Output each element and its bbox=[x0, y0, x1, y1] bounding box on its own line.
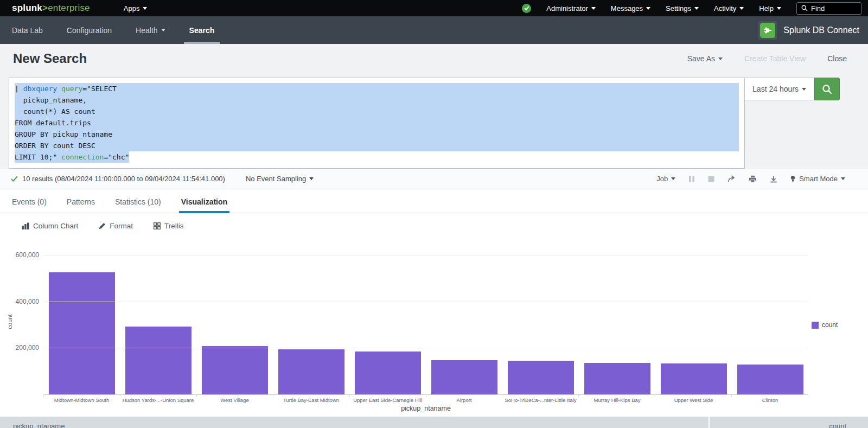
column-header-pickup-ntaname[interactable]: pickup_ntaname bbox=[0, 417, 710, 428]
search-area: | dbxquery query="SELECT pickup_ntaname,… bbox=[0, 73, 868, 169]
query-line: count(*) AS count bbox=[15, 106, 739, 117]
close-button[interactable]: Close bbox=[827, 54, 847, 63]
query-line: LIMIT 10;" connection="chc" bbox=[15, 151, 739, 163]
tab-events[interactable]: Events (0) bbox=[11, 197, 48, 213]
nav-item-label: Data Lab bbox=[12, 26, 43, 35]
find-searchbox[interactable] bbox=[796, 2, 861, 15]
query-token: connection bbox=[61, 153, 104, 161]
x-axis-label: Airport bbox=[426, 397, 502, 403]
save-as-button[interactable]: Save As bbox=[687, 54, 723, 63]
chart-bar[interactable] bbox=[584, 363, 650, 394]
menu-activity[interactable]: Activity bbox=[714, 4, 744, 12]
lightbulb-icon bbox=[790, 175, 795, 183]
nav-item-label: Search bbox=[189, 26, 215, 35]
nav-item-search[interactable]: Search bbox=[189, 16, 215, 44]
viz-controls: Column Chart Format Trellis bbox=[0, 213, 868, 239]
download-icon bbox=[770, 175, 777, 183]
x-axis-label: SoHo-TriBeCa-...nter-Little Italy bbox=[502, 397, 579, 403]
success-check-icon bbox=[11, 176, 18, 182]
menu-messages-label: Messages bbox=[611, 4, 643, 12]
trellis-grid-icon bbox=[154, 222, 161, 229]
chart-type-button[interactable]: Column Chart bbox=[22, 222, 78, 230]
chevron-down-icon bbox=[591, 7, 596, 10]
query-token: | bbox=[15, 85, 23, 93]
menu-administrator[interactable]: Administrator bbox=[546, 4, 596, 12]
time-range-picker[interactable]: Last 24 hours bbox=[745, 78, 814, 100]
query-token: LIMIT 10;" bbox=[15, 153, 61, 161]
chart-bar[interactable] bbox=[278, 349, 344, 394]
pause-button[interactable] bbox=[688, 175, 695, 183]
smart-mode-menu[interactable]: Smart Mode bbox=[790, 175, 845, 183]
gridline bbox=[43, 348, 808, 348]
sampling-label: No Event Sampling bbox=[246, 175, 306, 183]
chevron-down-icon bbox=[671, 177, 675, 180]
query-token: ORDER BY count DESC bbox=[15, 142, 95, 150]
chart-bar[interactable] bbox=[661, 363, 727, 394]
splunk-logo[interactable]: splunk>enterprise bbox=[12, 3, 90, 14]
apps-menu[interactable]: Apps bbox=[124, 4, 148, 12]
smart-mode-label: Smart Mode bbox=[799, 175, 838, 183]
health-status-icon[interactable] bbox=[522, 4, 531, 13]
chart-bar[interactable] bbox=[202, 346, 268, 394]
bar-column bbox=[43, 255, 120, 394]
nav-item-label: Configuration bbox=[67, 26, 112, 35]
query-line: FROM default.trips bbox=[15, 117, 739, 129]
chevron-down-icon bbox=[161, 29, 165, 31]
share-button[interactable] bbox=[727, 175, 736, 183]
query-token: count(*) AS count bbox=[15, 107, 95, 116]
bar-column bbox=[196, 255, 273, 394]
chart-bar[interactable] bbox=[431, 360, 497, 394]
logo-caret: > bbox=[42, 3, 48, 13]
query-token: ="SELECT bbox=[82, 85, 117, 93]
tab-visualization[interactable]: Visualization bbox=[180, 197, 228, 213]
tab-patterns[interactable]: Patterns bbox=[66, 197, 96, 213]
chart-bar[interactable] bbox=[355, 352, 421, 394]
menu-help[interactable]: Help bbox=[759, 4, 781, 12]
chart-bar[interactable] bbox=[737, 365, 803, 394]
query-token: query bbox=[61, 85, 82, 93]
column-header-count[interactable]: count bbox=[710, 417, 868, 428]
export-button[interactable] bbox=[770, 175, 777, 183]
nav-item-data-lab[interactable]: Data Lab bbox=[12, 16, 43, 44]
db-connect-plug-icon bbox=[760, 23, 775, 38]
apps-menu-label: Apps bbox=[124, 4, 140, 12]
stop-button[interactable] bbox=[708, 176, 714, 182]
chevron-down-icon bbox=[777, 7, 781, 10]
chart-bar[interactable] bbox=[125, 327, 192, 394]
statistics-table-header: pickup_ntaname count bbox=[0, 417, 868, 428]
run-search-button[interactable] bbox=[814, 78, 840, 100]
query-token: FROM default.trips bbox=[15, 119, 91, 127]
menu-settings[interactable]: Settings bbox=[666, 4, 699, 12]
event-sampling-menu[interactable]: No Event Sampling bbox=[246, 175, 314, 183]
nav-item-configuration[interactable]: Configuration bbox=[67, 16, 112, 44]
format-button[interactable]: Format bbox=[99, 222, 133, 230]
print-icon bbox=[749, 175, 757, 183]
query-line: | dbxquery query="SELECT bbox=[15, 83, 739, 94]
chevron-down-icon bbox=[841, 177, 845, 180]
logo-product: enterprise bbox=[48, 3, 90, 13]
column-chart: count Midtown-Midtown SouthHudson Yards-… bbox=[0, 239, 868, 412]
chart-legend[interactable]: count bbox=[812, 321, 838, 329]
menu-messages[interactable]: Messages bbox=[611, 4, 650, 12]
active-nav-underline bbox=[184, 42, 220, 44]
x-axis-label: Upper East Side-Carnegie Hill bbox=[349, 397, 426, 403]
chevron-down-icon bbox=[718, 58, 723, 60]
time-range-label: Last 24 hours bbox=[752, 85, 799, 93]
print-button[interactable] bbox=[749, 175, 757, 183]
stop-icon bbox=[708, 176, 714, 182]
page-title: New Search bbox=[13, 51, 87, 66]
x-axis-title: pickup_ntaname bbox=[43, 405, 808, 412]
legend-label: count bbox=[822, 321, 838, 329]
chart-bar[interactable] bbox=[49, 272, 115, 394]
job-label: Job bbox=[656, 175, 668, 183]
search-query-input[interactable]: | dbxquery query="SELECT pickup_ntaname,… bbox=[9, 78, 745, 169]
bar-column bbox=[732, 255, 808, 394]
find-input[interactable] bbox=[811, 4, 857, 12]
job-menu[interactable]: Job bbox=[656, 175, 675, 183]
nav-item-health[interactable]: Health bbox=[136, 16, 165, 44]
tab-statistics[interactable]: Statistics (10) bbox=[114, 197, 162, 213]
save-as-label: Save As bbox=[687, 54, 715, 63]
bar-column bbox=[273, 255, 349, 394]
chart-bar[interactable] bbox=[508, 361, 574, 394]
trellis-button[interactable]: Trellis bbox=[154, 222, 184, 230]
